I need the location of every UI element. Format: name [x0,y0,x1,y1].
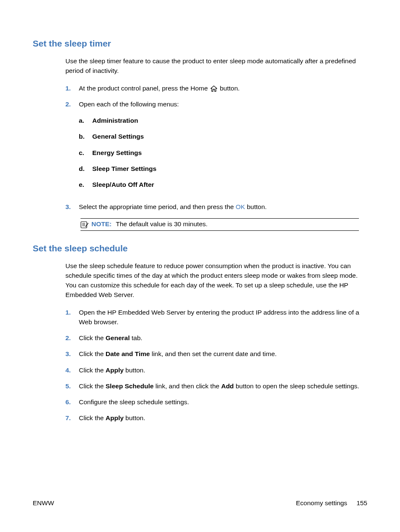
submenu-b: b.General Settings [79,132,363,141]
s2-step-1: 1. Open the HP Embedded Web Server by en… [65,307,363,327]
submenu-e-text: Sleep/Auto Off After [92,180,154,189]
s2-marker-3: 3. [65,349,79,359]
page-footer: ENWW Economy settings 155 [33,499,367,507]
s2-marker-4: 4. [65,365,79,375]
marker-c: c. [79,148,92,158]
s2-step-3-pre: Click the [79,350,106,357]
s2-step-4-bold: Apply [106,367,124,374]
s2-step-4-post: button. [124,367,145,374]
marker-d: d. [79,164,92,173]
submenu-c-text: Energy Settings [92,148,142,158]
footer-page-number: 155 [356,499,367,507]
marker-3: 3. [65,202,79,212]
s2-step-7-post: button. [124,414,145,421]
step-2-text: Open each of the following menus: [79,101,179,108]
submenu-a: a.Administration [79,116,363,125]
s2-step-5-pre: Click the [79,382,106,390]
step-1: 1. At the product control panel, press t… [65,83,363,93]
s2-marker-5: 5. [65,381,79,391]
submenu-e: e.Sleep/Auto Off After [79,180,363,189]
s2-step-7-bold: Apply [106,414,124,421]
heading-sleep-timer: Set the sleep timer [33,39,367,49]
s2-step-3-post: link, and then set the current date and … [150,350,276,357]
step-3-content: Select the appropriate time period, and … [79,202,363,212]
s2-step-5: 5. Click the Sleep Schedule link, and th… [65,381,363,391]
s2-step-7: 7. Click the Apply button. [65,413,363,423]
step-3: 3. Select the appropriate time period, a… [65,202,363,212]
step-1-pre: At the product control panel, press the … [79,85,210,92]
intro-sleep-schedule: Use the sleep schedule feature to reduce… [65,261,363,300]
marker-e: e. [79,180,92,189]
s2-step-2-post: tab. [130,334,142,341]
s2-step-7-content: Click the Apply button. [79,413,363,423]
marker-a: a. [79,116,92,125]
intro-sleep-timer: Use the sleep timer feature to cause the… [65,56,363,76]
s2-step-2: 2. Click the General tab. [65,333,363,343]
note-icon [81,221,89,228]
submenu-d: d.Sleep Timer Settings [79,164,363,173]
step-1-post: button. [218,85,240,92]
s2-step-4: 4. Click the Apply button. [65,365,363,375]
s2-step-2-content: Click the General tab. [79,333,363,343]
marker-b: b. [79,132,92,141]
s2-step-3-bold: Date and Time [106,350,150,357]
s2-step-4-pre: Click the [79,367,106,374]
s2-marker-7: 7. [65,413,79,423]
submenu-b-text: General Settings [92,132,144,141]
step-3-pre: Select the appropriate time period, and … [79,203,236,210]
s2-marker-6: 6. [65,397,79,407]
s2-step-4-content: Click the Apply button. [79,365,363,375]
s2-step-5-content: Click the Sleep Schedule link, and then … [79,381,363,391]
step-1-content: At the product control panel, press the … [79,83,363,93]
s2-step-6: 6. Configure the sleep schedule settings… [65,397,363,407]
submenu-list: a.Administration b.General Settings c.En… [79,116,363,189]
s2-step-6-text: Configure the sleep schedule settings. [79,397,363,407]
ok-label: OK [236,203,245,210]
s2-step-2-bold: General [106,334,130,341]
s2-step-5-post: button to open the sleep schedule settin… [234,382,359,390]
marker-1: 1. [65,83,79,93]
s2-step-2-pre: Click the [79,334,106,341]
heading-sleep-schedule: Set the sleep schedule [33,243,367,253]
s2-step-3: 3. Click the Date and Time link, and the… [65,349,363,359]
s2-step-1-text: Open the HP Embedded Web Server by enter… [79,307,363,327]
steps-sleep-schedule: 1. Open the HP Embedded Web Server by en… [65,307,363,423]
marker-2: 2. [65,99,79,109]
s2-step-7-pre: Click the [79,414,106,421]
steps-sleep-timer: 1. At the product control panel, press t… [65,83,363,231]
note-box: NOTE: The default value is 30 minutes. [81,218,359,231]
footer-left: ENWW [33,499,54,507]
footer-right: Economy settings 155 [296,499,367,507]
s2-step-5-mid: link, and then click the [153,382,221,390]
step-3-post: button. [245,203,267,210]
home-icon [210,85,217,92]
note-label: NOTE: [91,220,112,228]
s2-step-5-bold2: Add [221,382,234,390]
note-text: The default value is 30 minutes. [116,220,208,228]
s2-marker-1: 1. [65,307,79,317]
step-2: 2. Open each of the following menus: a.A… [65,99,363,196]
s2-step-3-content: Click the Date and Time link, and then s… [79,349,363,359]
footer-section: Economy settings [296,499,347,507]
submenu-d-text: Sleep Timer Settings [92,164,156,173]
submenu-a-text: Administration [92,116,138,125]
step-2-content: Open each of the following menus: a.Admi… [79,99,363,196]
s2-marker-2: 2. [65,333,79,343]
s2-step-5-bold1: Sleep Schedule [106,382,154,390]
submenu-c: c.Energy Settings [79,148,363,158]
